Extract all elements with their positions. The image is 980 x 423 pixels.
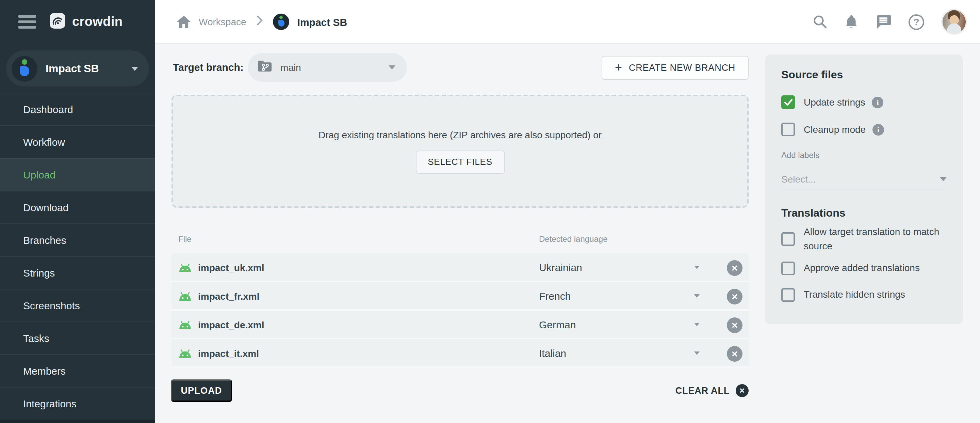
checkbox-unchecked[interactable]	[781, 232, 795, 246]
option-cleanup-mode: Cleanup mode i	[781, 123, 884, 136]
file-dropzone[interactable]: Drag existing translations here (ZIP arc…	[172, 95, 749, 208]
file-name: impact_de.xml	[198, 319, 264, 330]
sidebar-header: crowdin	[0, 0, 155, 43]
option-translate-hidden: Translate hidden strings	[781, 287, 905, 302]
project-avatar	[11, 56, 37, 81]
messages-icon[interactable]	[875, 14, 891, 29]
table-row: impact_it.xml Italian ✕	[172, 339, 749, 368]
android-icon	[178, 292, 192, 304]
labels-select-underline	[781, 189, 947, 189]
chevron-down-icon[interactable]	[694, 323, 700, 326]
user-avatar[interactable]	[941, 9, 967, 35]
home-icon[interactable]	[177, 16, 191, 28]
target-branch-label: Target branch:	[173, 61, 243, 73]
sidebar-nav: Dashboard Workflow Upload Download Branc…	[0, 93, 155, 420]
android-icon	[178, 320, 192, 332]
sidebar-item-tasks[interactable]: Tasks	[0, 321, 155, 354]
breadcrumb-chevron-icon	[256, 16, 263, 28]
sidebar-bottom-strip	[0, 420, 155, 423]
translations-title: Translations	[781, 207, 846, 219]
option-label: Translate hidden strings	[804, 287, 905, 301]
sidebar-item-members[interactable]: Members	[0, 354, 155, 387]
settings-panel: Source files Update strings i Cleanup mo…	[765, 54, 963, 324]
remove-file-button[interactable]: ✕	[727, 260, 743, 276]
breadcrumb-project-avatar	[273, 14, 289, 30]
project-switcher[interactable]: Impact SB	[6, 50, 149, 86]
file-name: impact_uk.xml	[198, 262, 264, 273]
crowdin-logo-icon	[49, 12, 66, 32]
chevron-down-icon[interactable]	[694, 266, 700, 269]
detected-language-select[interactable]: Italian	[539, 347, 566, 359]
chevron-down-icon	[388, 65, 395, 69]
project-name: Impact SB	[46, 62, 131, 75]
remove-file-button[interactable]: ✕	[727, 318, 743, 333]
chevron-down-icon[interactable]	[694, 351, 700, 355]
upload-button[interactable]: UPLOAD	[171, 380, 232, 402]
create-new-branch-button[interactable]: + CREATE NEW BRANCH	[601, 56, 749, 80]
table-row: impact_de.xml German ✕	[172, 311, 749, 339]
option-approve-added: Approve added translations	[781, 261, 920, 275]
topbar: Workspace Impact SB ?	[155, 0, 980, 43]
table-row: impact_fr.xml French ✕	[172, 282, 749, 311]
add-labels-label: Add labels	[781, 150, 819, 160]
checkbox-checked[interactable]	[781, 95, 795, 109]
chevron-down-icon	[131, 66, 138, 70]
sidebar-item-screenshots[interactable]: Screenshots	[0, 289, 155, 321]
select-files-button[interactable]: SELECT FILES	[415, 150, 504, 173]
sidebar-item-upload[interactable]: Upload	[0, 158, 155, 191]
hamburger-menu-icon[interactable]	[18, 15, 36, 29]
checkbox-unchecked[interactable]	[781, 262, 795, 275]
branch-select[interactable]: main	[248, 53, 407, 82]
table-row: impact_uk.xml Ukrainian ✕	[172, 254, 749, 282]
crowdin-upload-page: crowdin Impact SB Dashboard Workflow Upl…	[0, 0, 980, 423]
breadcrumb-project[interactable]: Impact SB	[298, 16, 347, 27]
column-header-file: File	[178, 234, 192, 244]
topbar-actions: ?	[813, 0, 967, 43]
dropzone-text: Drag existing translations here (ZIP arc…	[318, 129, 601, 140]
help-icon[interactable]: ?	[908, 14, 924, 30]
clear-all-close-icon: ✕	[736, 384, 749, 397]
checkbox-unchecked[interactable]	[781, 123, 795, 136]
android-icon	[178, 349, 192, 361]
remove-file-button[interactable]: ✕	[727, 346, 743, 362]
clear-all-label: CLEAR ALL	[675, 386, 730, 396]
checkbox-unchecked[interactable]	[781, 288, 795, 302]
remove-file-button[interactable]: ✕	[727, 289, 743, 305]
android-icon	[178, 263, 192, 275]
clear-all-button[interactable]: CLEAR ALL ✕	[591, 380, 749, 402]
create-branch-label: CREATE NEW BRANCH	[629, 63, 735, 73]
notifications-bell-icon[interactable]	[845, 14, 858, 30]
crowdin-wordmark: crowdin	[72, 14, 123, 29]
sidebar-item-workflow[interactable]: Workflow	[0, 125, 155, 158]
labels-select[interactable]: Select...	[781, 170, 947, 188]
info-icon[interactable]: i	[872, 96, 884, 108]
option-allow-match-source: Allow target translation to match source	[781, 225, 947, 254]
breadcrumb-workspace[interactable]: Workspace	[199, 16, 247, 27]
file-name: impact_fr.xml	[198, 291, 259, 302]
sidebar-item-integrations[interactable]: Integrations	[0, 387, 155, 420]
detected-language-select[interactable]: German	[539, 319, 576, 330]
chevron-down-icon	[940, 177, 947, 181]
option-label: Allow target translation to match source	[804, 225, 947, 254]
chevron-down-icon[interactable]	[694, 294, 700, 298]
branch-folder-icon	[256, 59, 273, 76]
option-label: Update strings	[804, 95, 865, 109]
column-header-language: Detected language	[539, 234, 608, 244]
info-icon[interactable]: i	[872, 124, 884, 135]
plus-icon: +	[615, 61, 622, 73]
sidebar-item-branches[interactable]: Branches	[0, 223, 155, 256]
main-content: Target branch: main + CREATE NEW BRANCH …	[155, 43, 980, 423]
option-label: Cleanup mode	[804, 123, 865, 136]
sidebar-item-download[interactable]: Download	[0, 191, 155, 223]
detected-language-select[interactable]: French	[539, 290, 571, 302]
branch-select-value: main	[280, 62, 388, 73]
sidebar-item-dashboard[interactable]: Dashboard	[0, 93, 155, 125]
crowdin-logo[interactable]: crowdin	[49, 12, 123, 32]
help-glyph: ?	[913, 16, 919, 27]
detected-language-select[interactable]: Ukrainian	[539, 262, 582, 273]
sidebar-item-strings[interactable]: Strings	[0, 256, 155, 289]
labels-select-placeholder: Select...	[781, 174, 816, 185]
search-icon[interactable]	[813, 14, 827, 29]
source-files-title: Source files	[781, 69, 843, 81]
sidebar: crowdin Impact SB Dashboard Workflow Upl…	[0, 0, 155, 423]
